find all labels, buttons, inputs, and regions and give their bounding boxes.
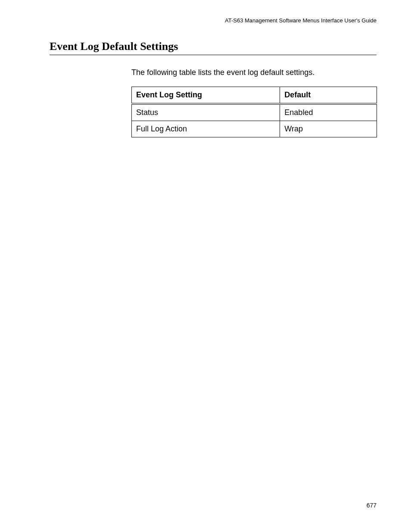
- table-header-default: Default: [280, 87, 377, 104]
- table-row: Status Enabled: [132, 104, 377, 121]
- settings-table: Event Log Setting Default Status Enabled…: [131, 87, 377, 137]
- table-header-setting: Event Log Setting: [132, 87, 280, 104]
- table-cell-setting: Full Log Action: [132, 121, 280, 137]
- section-title: Event Log Default Settings: [50, 40, 377, 55]
- table-cell-default: Wrap: [280, 121, 377, 137]
- table-cell-setting: Status: [132, 104, 280, 121]
- table-row: Full Log Action Wrap: [132, 121, 377, 137]
- table-cell-default: Enabled: [280, 104, 377, 121]
- running-header: AT-S63 Management Software Menus Interfa…: [50, 17, 377, 24]
- intro-paragraph: The following table lists the event log …: [131, 68, 377, 77]
- table-header-row: Event Log Setting Default: [132, 87, 377, 104]
- page-number: 677: [367, 502, 377, 509]
